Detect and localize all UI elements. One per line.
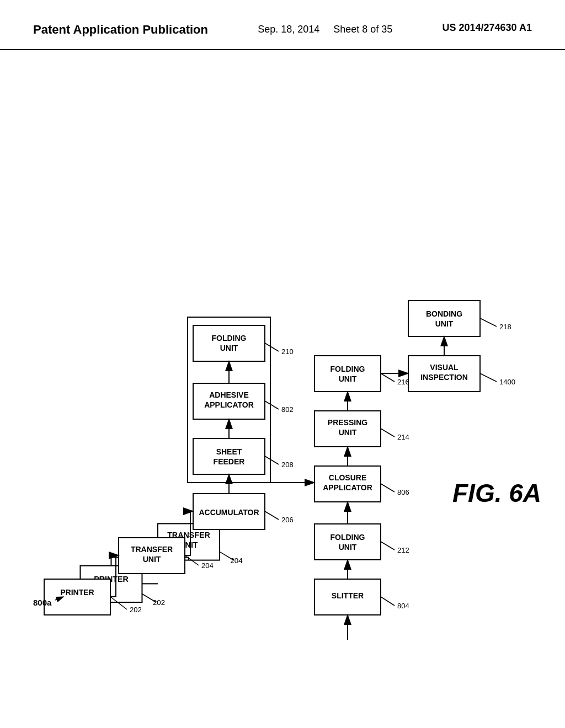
adhesive-text1: ADHESIVE [209,390,249,399]
folding-212-text2: UNIT [339,543,357,552]
transfer-text2: UNIT [143,555,161,564]
ref-216-line [381,373,395,382]
ref-804-line [381,597,395,606]
patent-number: US 2014/274630 A1 [443,22,532,34]
ref-206-line [265,511,279,520]
sheet-feeder-box [193,438,265,474]
ref-212-text: 212 [397,546,409,554]
arrow-printer-transfer [110,555,119,597]
ref-214-line [381,429,395,437]
printer-box [44,579,110,615]
ref-206-text: 206 [281,516,294,524]
transfer-text1: TRANSFER [131,545,173,554]
ref-802-line [265,401,279,409]
ref-204-line [185,555,199,565]
ref-208-line [265,456,279,464]
folding-216-text2: UNIT [339,374,357,383]
slitter-text: SLITTER [332,591,364,600]
ref-214-text: 214 [397,433,409,441]
ref-804-text: 804 [397,602,409,610]
sheet-feeder-text2: FEEDER [214,457,245,466]
main-diagram: PRINTER 202 TRANSFER UNIT 204 ACCUMULATO… [0,72,565,711]
ref-800a: 800a [33,598,52,607]
ref-208-text: 208 [281,461,294,469]
arrow-transfer-accumulator [185,511,193,555]
ref-202-text: 202 [130,606,142,614]
ref-202-line [110,597,127,609]
folding-216-box [315,356,381,392]
folding-212-text1: FOLDING [331,533,365,542]
ref-204-text: 204 [201,561,214,570]
page: Patent Application Publication Sep. 18, … [0,0,565,728]
visual-text2: INSPECTION [420,373,468,382]
adhesive-text2: APPLICATOR [204,400,254,409]
bonding-text2: UNIT [435,319,454,328]
folding-212-box [315,524,381,560]
ref-806-line [381,484,395,492]
ref-218-line [480,318,497,326]
ref-212-line [381,542,395,550]
pressing-text1: PRESSING [328,418,367,427]
ref-806-text: 806 [397,488,409,496]
ref-210-text: 210 [281,347,294,356]
sheet-feeder-text1: SHEET [216,447,242,456]
sheet-info: Sheet 8 of 35 [333,24,392,35]
page-header: Patent Application Publication Sep. 18, … [0,0,565,50]
ref-1400-line [480,373,497,382]
fig-label: FIG. 6A [452,479,541,507]
date-sheet-info: Sep. 18, 2014 Sheet 8 of 35 [258,22,392,37]
folding-216-text1: FOLDING [331,365,365,373]
closure-text1: CLOSURE [329,473,366,482]
bonding-box [408,301,480,336]
ref-210-line [265,343,279,351]
pressing-text2: UNIT [339,428,357,437]
accumulator-text: ACCUMULATOR [199,508,259,517]
publication-label: Patent Application Publication [33,22,208,38]
ref-1400-text: 1400 [499,378,515,386]
bonding-text1: BONDING [426,309,462,318]
folding-210-text2: UNIT [220,344,238,352]
ref-218-text: 218 [499,323,511,331]
ref-802-text: 802 [281,405,294,414]
closure-text2: APPLICATOR [323,483,372,492]
folding-210-text1: FOLDING [212,334,247,342]
visual-text1: VISUAL [430,363,459,372]
publication-date: Sep. 18, 2014 [258,24,319,35]
printer-text1: PRINTER [60,588,94,597]
ref-216-text: 216 [397,378,409,386]
